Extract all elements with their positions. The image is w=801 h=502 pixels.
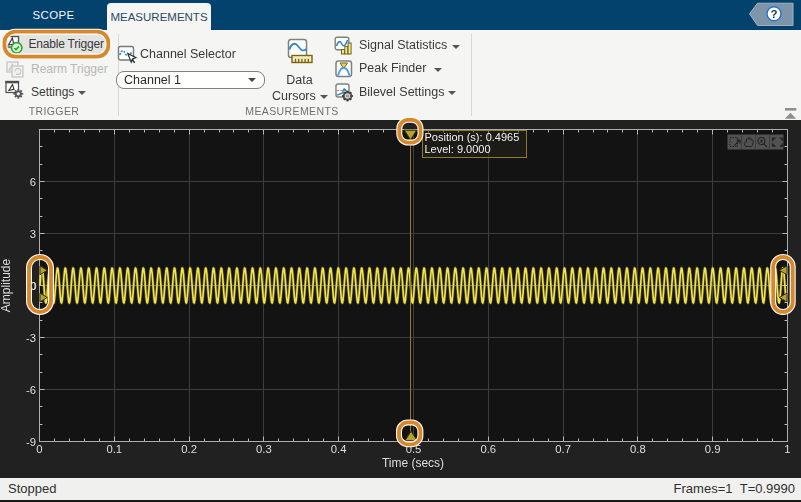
svg-text:Time (secs): Time (secs) [382,456,444,470]
svg-text:?: ? [770,8,777,20]
svg-text:-9: -9 [26,436,36,448]
svg-text:0.8: 0.8 [630,443,646,455]
svg-text:1: 1 [784,443,790,455]
svg-text:Position (s): 0.4965: Position (s): 0.4965 [425,131,520,143]
svg-text:Amplitude: Amplitude [0,259,13,313]
svg-text:Level: 9.0000: Level: 9.0000 [425,143,491,155]
svg-text:0.2: 0.2 [181,443,197,455]
svg-text:0.1: 0.1 [106,443,122,455]
svg-text:-3: -3 [26,332,36,344]
svg-text:0.6: 0.6 [480,443,496,455]
svg-text:0.9: 0.9 [705,443,721,455]
svg-text:-6: -6 [26,384,36,396]
svg-text:0.5: 0.5 [406,443,422,455]
svg-text:3: 3 [30,228,36,240]
svg-text:6: 6 [30,176,36,188]
svg-text:0: 0 [36,443,42,455]
svg-text:0.3: 0.3 [256,443,272,455]
svg-text:0: 0 [30,280,36,292]
svg-text:0.7: 0.7 [555,443,571,455]
svg-text:0.4: 0.4 [331,443,347,455]
